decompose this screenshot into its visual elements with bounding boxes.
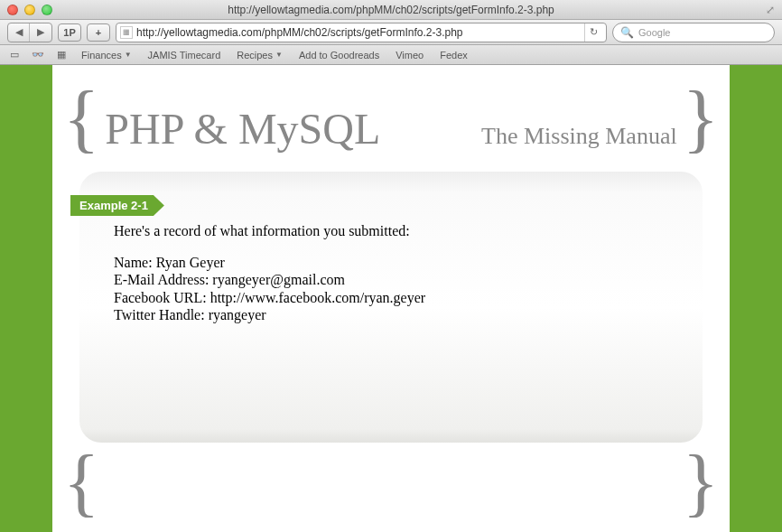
viewport: { PHP & MySQL The Missing Manual } Examp… [0,65,782,532]
bookmark-item-fedex[interactable]: Fedex [436,50,471,61]
bookmark-label: Finances [81,50,122,61]
field-label: Name: [114,255,153,270]
search-icon: 🔍 [620,26,634,39]
bookmark-item-jamis[interactable]: JAMIS Timecard [144,50,225,61]
field-value: ryangeyer@gmail.com [212,272,345,287]
onepassword-button[interactable]: 1P [58,23,81,42]
chevron-down-icon: ▼ [125,51,132,59]
bookmark-label: Add to Goodreads [299,50,379,61]
nav-button-group: ◀ ▶ [7,23,52,42]
bookmark-bar: ▭ 👓 ▦ Finances ▼ JAMIS Timecard Recipes … [0,45,782,65]
favicon-icon: ▦ [120,26,133,39]
field-label: Twitter Handle: [114,307,205,322]
forward-button[interactable]: ▶ [30,23,51,42]
brace-left-icon: { [63,452,99,512]
chevron-down-icon: ▼ [275,51,283,59]
back-button[interactable]: ◀ [8,23,30,42]
bookmark-label: Recipes [237,50,273,61]
bookmark-label: Fedex [440,50,468,61]
result-twitter: Twitter Handle: ryangeyer [114,306,675,323]
search-placeholder: Google [638,27,670,38]
page-subtitle: The Missing Manual [481,123,677,150]
add-bookmark-button[interactable]: + [87,23,110,42]
bookmark-item-goodreads[interactable]: Add to Goodreads [295,50,383,61]
page-header: { PHP & MySQL The Missing Manual } [52,88,730,154]
brace-left-icon: { [63,88,99,148]
show-bookmarks-icon[interactable]: ▭ [7,49,22,61]
result-email: E-Mail Address: ryangeyer@gmail.com [114,271,675,288]
reload-button[interactable]: ↻ [584,23,602,42]
minimize-window-button[interactable] [24,5,35,15]
zoom-window-button[interactable] [42,5,52,15]
footer-braces: { } [52,452,730,512]
brace-right-icon: } [683,88,719,148]
reading-list-icon[interactable]: 👓 [31,49,45,61]
field-label: E-Mail Address: [114,272,209,287]
url-text: http://yellowtagmedia.com/phpMM/ch02/scr… [136,26,581,39]
fullscreen-icon[interactable]: ⤢ [766,4,775,16]
bookmark-item-vimeo[interactable]: Vimeo [392,50,427,61]
close-window-button[interactable] [7,5,18,15]
window-title: http://yellowtagmedia.com/phpMM/ch02/scr… [0,4,782,16]
traffic-lights [0,5,52,15]
brace-right-icon: } [683,452,719,512]
url-bar[interactable]: ▦ http://yellowtagmedia.com/phpMM/ch02/s… [116,23,607,42]
window-titlebar: http://yellowtagmedia.com/phpMM/ch02/scr… [0,0,782,20]
page-content: { PHP & MySQL The Missing Manual } Examp… [52,65,730,532]
content-panel: Example 2-1 Here's a record of what info… [79,172,703,443]
bookmark-label: JAMIS Timecard [148,50,221,61]
browser-toolbar: ◀ ▶ 1P + ▦ http://yellowtagmedia.com/php… [0,20,782,45]
field-label: Facebook URL: [114,290,207,305]
bookmark-label: Vimeo [396,50,424,61]
spacer [114,239,675,254]
subtitle-group: The Missing Manual } [481,88,719,150]
main-title-group: { PHP & MySQL [63,88,380,154]
page-title: PHP & MySQL [105,104,380,154]
field-value: http://www.facebook.com/ryan.geyer [210,290,425,305]
result-facebook: Facebook URL: http://www.facebook.com/ry… [114,289,675,306]
field-value: Ryan Geyer [156,255,225,270]
bookmark-item-finances[interactable]: Finances ▼ [78,50,135,61]
bookmark-item-recipes[interactable]: Recipes ▼ [233,50,286,61]
intro-line: Here's a record of what information you … [114,222,675,239]
example-tag: Example 2-1 [70,195,164,216]
result-text: Here's a record of what information you … [107,222,675,323]
top-sites-icon[interactable]: ▦ [54,49,69,61]
field-value: ryangeyer [209,307,266,322]
result-name: Name: Ryan Geyer [114,254,675,271]
search-input[interactable]: 🔍 Google [612,23,775,42]
